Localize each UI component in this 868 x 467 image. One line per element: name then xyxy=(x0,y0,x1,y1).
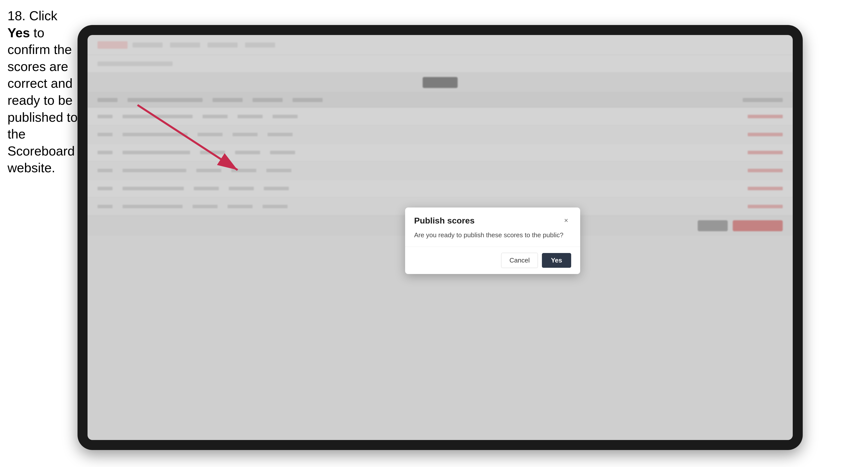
instruction-text: 18. Click Yes to confirm the scores are … xyxy=(7,7,80,177)
close-icon: × xyxy=(564,217,568,224)
publish-scores-dialog: Publish scores × Are you ready to publis… xyxy=(405,208,580,274)
dialog-close-button[interactable]: × xyxy=(561,216,571,225)
instruction-rest: to confirm the scores are correct and re… xyxy=(7,26,78,175)
modal-overlay: Publish scores × Are you ready to publis… xyxy=(88,35,793,440)
dialog-message: Are you ready to publish these scores to… xyxy=(414,230,571,240)
dialog-title: Publish scores xyxy=(414,216,475,225)
step-number: 18. xyxy=(7,8,26,23)
dialog-body: Are you ready to publish these scores to… xyxy=(405,230,580,247)
instruction-plain: Click xyxy=(26,8,57,23)
tablet-screen: Publish scores × Are you ready to publis… xyxy=(88,35,793,440)
instruction-bold: Yes xyxy=(7,26,30,40)
cancel-button[interactable]: Cancel xyxy=(501,253,538,268)
tablet-device: Publish scores × Are you ready to publis… xyxy=(78,25,803,450)
dialog-footer: Cancel Yes xyxy=(405,247,580,274)
dialog-header: Publish scores × xyxy=(405,208,580,230)
yes-button[interactable]: Yes xyxy=(542,253,571,268)
